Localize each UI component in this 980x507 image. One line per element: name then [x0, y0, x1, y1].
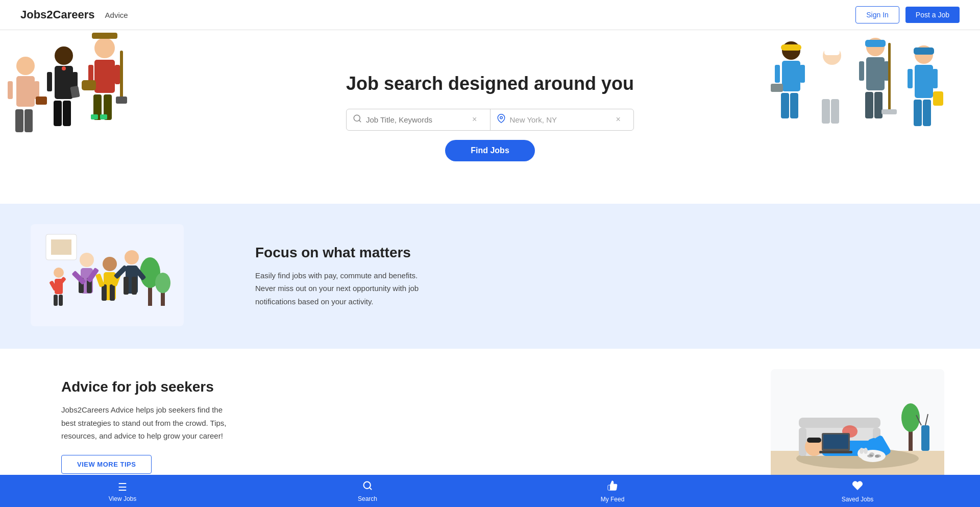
- dancing-people-illustration: [31, 224, 184, 326]
- svg-rect-5: [34, 81, 39, 99]
- nav-item-saved-jobs[interactable]: Saved Jobs: [837, 480, 878, 503]
- hero-characters-right: [766, 30, 980, 204]
- svg-rect-84: [110, 284, 115, 301]
- svg-point-121: [869, 452, 874, 456]
- advice-illustration: [771, 369, 949, 484]
- header-right: Sign In Post a Job: [855, 6, 960, 23]
- search-bar: × ×: [346, 109, 634, 131]
- find-jobs-button[interactable]: Find Jobs: [445, 140, 535, 161]
- svg-rect-30: [781, 93, 789, 118]
- header-left: Jobs2Careers Advice: [20, 8, 128, 21]
- nav-item-view-jobs[interactable]: ☰ View Jobs: [102, 481, 143, 502]
- svg-rect-55: [923, 100, 931, 126]
- view-jobs-icon: ☰: [118, 481, 127, 493]
- svg-point-122: [875, 455, 879, 458]
- svg-rect-33: [800, 65, 805, 83]
- hero-section: Job search designed around you × ×: [0, 30, 980, 204]
- search-right: ×: [491, 109, 634, 130]
- svg-rect-89: [124, 277, 129, 295]
- svg-point-87: [125, 250, 139, 264]
- svg-rect-25: [91, 114, 98, 119]
- location-clear-icon[interactable]: ×: [616, 115, 621, 124]
- svg-rect-98: [799, 428, 806, 456]
- svg-point-15: [94, 38, 115, 58]
- svg-rect-97: [799, 418, 880, 428]
- svg-rect-39: [831, 99, 839, 124]
- laptop-person-illustration: [771, 369, 944, 481]
- advice-text: Advice for job seekers Jobs2Careers Advi…: [31, 379, 750, 474]
- svg-rect-22: [120, 51, 123, 102]
- hero-title: Job search designed around you: [346, 73, 634, 94]
- svg-rect-53: [915, 65, 933, 98]
- svg-line-60: [359, 120, 360, 122]
- right-workers-illustration: [766, 30, 980, 204]
- svg-rect-43: [865, 40, 886, 47]
- focus-desc: Easily find jobs with pay, commute and b…: [255, 269, 949, 308]
- view-tips-button[interactable]: VIEW MORE TIPS: [61, 455, 152, 474]
- keyword-clear-icon[interactable]: ×: [472, 115, 477, 124]
- svg-rect-54: [914, 100, 922, 126]
- svg-rect-21: [115, 65, 120, 84]
- svg-rect-72: [59, 295, 63, 306]
- svg-rect-57: [933, 69, 938, 88]
- svg-rect-32: [775, 65, 780, 83]
- saved-jobs-icon: [852, 480, 863, 494]
- advice-desc: Jobs2Careers Advice helps job seekers fi…: [61, 403, 750, 443]
- my-feed-icon: [607, 480, 618, 494]
- svg-rect-29: [782, 61, 800, 91]
- svg-rect-12: [47, 72, 52, 91]
- svg-point-7: [55, 46, 73, 65]
- svg-rect-38: [822, 99, 830, 124]
- svg-rect-11: [63, 101, 71, 126]
- svg-point-118: [864, 448, 868, 454]
- svg-rect-56: [908, 69, 913, 88]
- svg-rect-47: [859, 61, 864, 81]
- svg-rect-16: [92, 33, 117, 39]
- focus-section: Focus on what matters Easily find jobs w…: [0, 204, 980, 349]
- svg-rect-113: [823, 434, 848, 449]
- svg-rect-41: [841, 69, 846, 88]
- focus-text: Focus on what matters Easily find jobs w…: [204, 245, 949, 308]
- svg-point-68: [155, 273, 170, 293]
- svg-rect-3: [24, 109, 33, 132]
- location-search-input[interactable]: [510, 109, 612, 130]
- nav-label-view-jobs: View Jobs: [109, 495, 136, 502]
- svg-rect-17: [94, 60, 115, 93]
- post-job-button[interactable]: Post a Job: [905, 7, 960, 23]
- svg-rect-6: [36, 96, 47, 105]
- svg-rect-50: [881, 109, 897, 114]
- location-icon: [497, 114, 506, 125]
- svg-rect-83: [102, 284, 107, 301]
- svg-rect-52: [914, 47, 934, 55]
- svg-rect-28: [781, 44, 801, 51]
- svg-point-9: [62, 66, 66, 70]
- advice-link[interactable]: Advice: [105, 11, 128, 19]
- advice-title: Advice for job seekers: [61, 379, 750, 395]
- left-workers-illustration: [0, 30, 214, 204]
- nav-item-search[interactable]: Search: [347, 480, 388, 502]
- logo: Jobs2Careers: [20, 8, 95, 21]
- svg-point-61: [500, 116, 502, 119]
- keyword-search-input[interactable]: [366, 109, 468, 130]
- sign-in-button[interactable]: Sign In: [855, 6, 899, 23]
- svg-rect-90: [132, 277, 137, 295]
- hero-characters-left: [0, 30, 214, 204]
- svg-rect-64: [51, 239, 71, 255]
- svg-rect-23: [116, 96, 127, 104]
- svg-point-117: [860, 448, 864, 454]
- nav-item-my-feed[interactable]: My Feed: [592, 480, 633, 503]
- svg-rect-114: [819, 451, 852, 453]
- nav-label-my-feed: My Feed: [601, 496, 625, 503]
- logo-text: Jobs2Careers: [20, 8, 95, 21]
- svg-rect-58: [933, 91, 943, 106]
- svg-rect-2: [15, 109, 23, 132]
- svg-rect-108: [807, 438, 821, 443]
- focus-title: Focus on what matters: [255, 245, 949, 261]
- svg-rect-10: [54, 101, 62, 126]
- svg-line-124: [370, 488, 372, 490]
- bottom-nav: ☰ View Jobs Search My Feed Saved Jobs: [0, 475, 980, 504]
- nav-label-search: Search: [358, 495, 377, 502]
- svg-rect-45: [865, 92, 873, 118]
- search-left: ×: [347, 109, 491, 130]
- nav-label-saved-jobs: Saved Jobs: [842, 496, 874, 503]
